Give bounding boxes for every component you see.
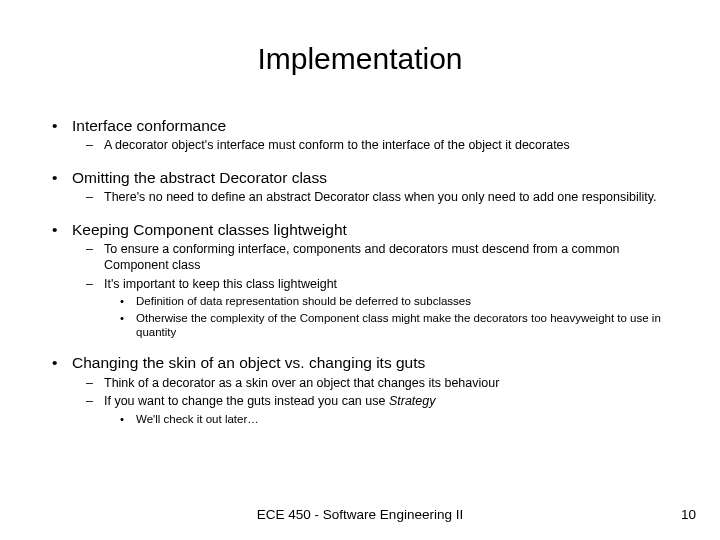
bullet-omitting-abstract: Omitting the abstract Decorator class — [52, 168, 672, 187]
bullet-interface-conformance: Interface conformance — [52, 116, 672, 135]
slide: Implementation Interface conformance A d… — [0, 0, 720, 540]
sub-bullet: To ensure a conforming interface, compon… — [52, 242, 672, 273]
slide-body: Interface conformance A decorator object… — [52, 116, 672, 426]
subsub-bullet: Otherwise the complexity of the Componen… — [52, 311, 672, 340]
page-number: 10 — [681, 507, 696, 522]
sub-bullet: If you want to change the guts instead y… — [52, 394, 672, 410]
subsub-bullet: We'll check it out later… — [52, 412, 672, 426]
slide-title: Implementation — [0, 42, 720, 76]
subsub-bullet: Definition of data representation should… — [52, 294, 672, 308]
sub-bullet: Think of a decorator as a skin over an o… — [52, 376, 672, 392]
sub-bullet: A decorator object's interface must conf… — [52, 138, 672, 154]
text-span: If you want to change the guts instead y… — [104, 394, 389, 408]
strategy-emphasis: Strategy — [389, 394, 436, 408]
sub-bullet: It's important to keep this class lightw… — [52, 277, 672, 293]
bullet-skin-vs-guts: Changing the skin of an object vs. chang… — [52, 353, 672, 372]
bullet-keeping-lightweight: Keeping Component classes lightweight — [52, 220, 672, 239]
sub-bullet: There's no need to define an abstract De… — [52, 190, 672, 206]
footer-text: ECE 450 - Software Engineering II — [0, 507, 720, 522]
